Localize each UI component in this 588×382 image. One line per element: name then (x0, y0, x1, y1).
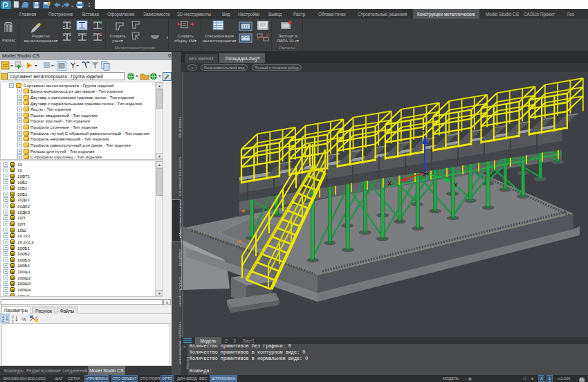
svg-text:X: X (387, 180, 392, 187)
svg-text:1: 1 (12, 319, 14, 323)
svg-text:Z: Z (421, 129, 425, 136)
svg-text:Y: Y (454, 181, 458, 188)
svg-text:%: % (21, 316, 26, 322)
svg-text:Z: Z (2, 318, 4, 322)
